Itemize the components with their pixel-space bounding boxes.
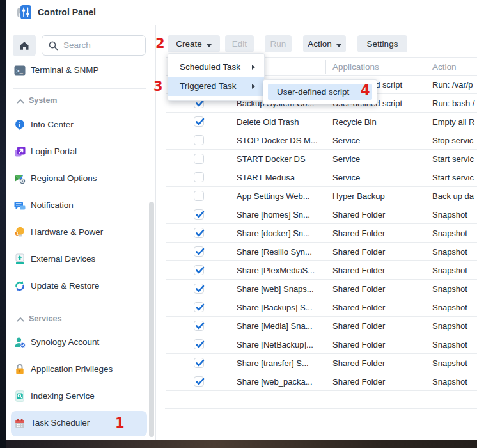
action-cell: Snapshot (432, 317, 467, 335)
search-input[interactable]: Search (42, 35, 146, 56)
header-action[interactable]: Action (432, 58, 457, 76)
sidebar-item-task-scheduler[interactable]: Task Scheduler (6, 414, 154, 432)
svg-text:>_: >_ (16, 68, 23, 75)
row-checkbox[interactable] (194, 116, 204, 127)
task-name-cell: Share [NetBackup]... (237, 335, 313, 354)
application-cell: Service (332, 131, 360, 150)
create-menu: Scheduled Task Triggered Task (168, 53, 265, 101)
table-row[interactable]: Share [docker] Sn... Shared Folder Snaps… (166, 224, 477, 243)
home-icon (19, 40, 30, 51)
action-cell: Snapshot (432, 243, 467, 261)
application-cell: Shared Folder (332, 335, 385, 354)
row-checkbox[interactable] (194, 284, 204, 294)
table-row[interactable]: Share [web_packa... Shared Folder Snapsh… (166, 372, 477, 391)
section-services[interactable]: Services (6, 312, 154, 326)
table-row[interactable]: Share [homes] Sn... Shared Folder Snapsh… (166, 205, 477, 224)
action-cell: Snapshot (432, 224, 467, 243)
table-row[interactable]: Share [Resilio Syn... Shared Folder Snap… (166, 243, 477, 261)
row-checkbox[interactable] (194, 339, 204, 349)
table-row[interactable]: Share [Backups] S... Shared Folder Snaps… (166, 298, 477, 317)
annotation-3: 3 (153, 79, 163, 93)
table-row[interactable]: Delete Old Trash Recycle Bin Empty all R (166, 113, 477, 131)
action-cell: Snapshot (432, 298, 467, 317)
sidebar-item-external-devices[interactable]: External Devices (6, 250, 154, 268)
sidebar-item-notification[interactable]: Notification (6, 196, 154, 214)
table-row[interactable]: App Settings Web... Hyper Backup Back up… (166, 187, 477, 205)
sidebar-item-indexing-service[interactable]: Indexing Service (6, 387, 154, 405)
table-row[interactable]: Share [web] Snaps... Shared Folder Snaps… (166, 280, 477, 298)
divider (13, 305, 146, 305)
divider (165, 408, 477, 409)
create-button[interactable]: Create (168, 35, 220, 52)
task-name-cell: START Docker DS (237, 150, 306, 168)
row-checkbox[interactable] (194, 246, 204, 257)
edit-button[interactable]: Edit (225, 35, 254, 52)
application-cell: Shared Folder (332, 280, 385, 298)
calendar-icon (14, 417, 26, 429)
action-cell: Snapshot (432, 261, 467, 280)
row-checkbox[interactable] (194, 302, 204, 312)
sidebar-item-info-center[interactable]: Info Center (6, 116, 154, 134)
sidebar-item-terminal-snmp[interactable]: >_ Terminal & SNMP (6, 61, 154, 79)
table-row[interactable]: Share [PlexMediaS... Shared Folder Snaps… (166, 261, 477, 280)
task-name-cell: Share [Resilio Syn... (237, 243, 312, 261)
sidebar-scrollbar[interactable] (149, 202, 154, 437)
sidebar-item-update-restore[interactable]: Update & Restore (6, 277, 154, 295)
row-checkbox[interactable] (194, 358, 204, 368)
chevron-up-icon (17, 99, 24, 104)
row-checkbox[interactable] (194, 265, 204, 275)
application-cell: Shared Folder (332, 354, 385, 372)
action-cell: Start servic (432, 150, 474, 168)
table-row[interactable]: Share [NetBackup]... Shared Folder Snaps… (166, 335, 477, 354)
row-checkbox[interactable] (194, 191, 204, 201)
annotation-2: 2 (155, 36, 165, 51)
header-applications[interactable]: Applications (332, 58, 379, 76)
action-cell: Back up da (432, 187, 474, 205)
table-row[interactable]: STOP Docker DS M... Service Stop servic (166, 131, 477, 150)
sidebar-item-synology-account[interactable]: Synology Account (6, 333, 154, 351)
table-row[interactable]: START Docker DS Service Start servic (166, 150, 477, 168)
row-checkbox[interactable] (194, 172, 204, 182)
row-checkbox[interactable] (194, 228, 204, 238)
action-cell: Run: /var/p (432, 76, 473, 94)
sidebar-item-regional-options[interactable]: Regional Options (6, 170, 154, 188)
application-cell: Hyper Backup (332, 187, 385, 205)
menu-item-user-defined-script[interactable]: User-defined script (268, 84, 372, 100)
row-checkbox[interactable] (194, 321, 204, 331)
row-checkbox[interactable] (194, 154, 204, 164)
update-restore-icon (14, 280, 26, 292)
task-name-cell: STOP Docker DS M... (237, 131, 318, 150)
settings-button[interactable]: Settings (357, 35, 407, 52)
window-title: Control Panel (38, 0, 96, 24)
row-checkbox[interactable] (194, 376, 204, 387)
menu-item-scheduled-task[interactable]: Scheduled Task (168, 58, 264, 77)
sidebar-item-hardware-power[interactable]: 1 Hardware & Power (6, 223, 154, 241)
table-row[interactable]: START Medusa Service Start servic (166, 168, 477, 187)
submenu-arrow-icon (252, 84, 255, 89)
desktop-background (0, 0, 6, 448)
home-button[interactable] (13, 35, 36, 56)
run-button[interactable]: Run (265, 35, 292, 52)
section-system[interactable]: System (6, 93, 154, 108)
action-cell: Empty all R (432, 113, 474, 131)
submenu-arrow-icon (252, 65, 255, 70)
login-portal-icon (14, 146, 26, 157)
task-name-cell: App Settings Web... (237, 187, 310, 205)
lightbulb-icon: 1 (14, 227, 26, 238)
chevron-up-icon (17, 317, 24, 322)
regional-options-icon (14, 173, 26, 184)
sidebar-item-login-portal[interactable]: Login Portal (6, 143, 154, 161)
application-cell: Shared Folder (332, 372, 385, 391)
menu-item-triggered-task[interactable]: Triggered Task (168, 77, 264, 96)
table-row[interactable]: Share [Media] Sna... Shared Folder Snaps… (166, 317, 477, 335)
sidebar-item-application-privileges[interactable]: Application Privileges (6, 360, 154, 378)
action-cell: Snapshot (432, 335, 467, 354)
row-checkbox[interactable] (194, 209, 204, 220)
titlebar: Control Panel (6, 0, 477, 24)
action-button[interactable]: Action (303, 35, 346, 52)
task-name-cell: Share [PlexMediaS... (237, 261, 315, 280)
table-row[interactable]: Share [transfer] S... Shared Folder Snap… (166, 354, 477, 372)
task-name-cell: Delete Old Trash (237, 113, 299, 131)
task-name-cell: Share [docker] Sn... (237, 224, 310, 243)
row-checkbox[interactable] (194, 135, 204, 145)
